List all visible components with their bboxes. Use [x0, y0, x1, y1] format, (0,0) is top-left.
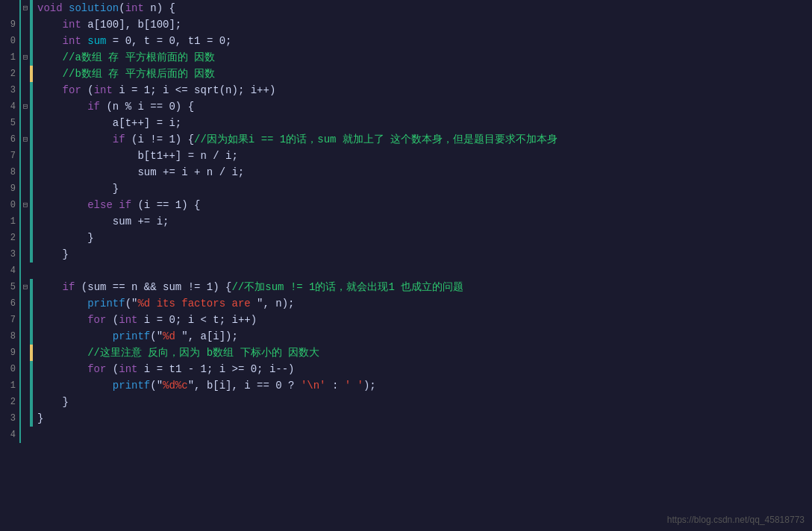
token-kw: for: [87, 314, 106, 326]
line-number: 0: [3, 361, 18, 377]
code-content: }: [33, 246, 812, 263]
line-number: 8: [3, 164, 18, 180]
token-str: %d: [163, 330, 181, 342]
line-gutter: 3: [0, 82, 21, 98]
token-var: sum: [87, 35, 106, 47]
code-row: 4: [0, 427, 812, 443]
token-kw: for: [87, 363, 106, 375]
token-plain: b[t1++] = n / i;: [137, 150, 237, 162]
token-plain: }: [113, 183, 119, 195]
line-gutter: 4: [0, 263, 21, 279]
code-row: 5⊟ if (sum == n && sum != 1) {//不加sum !=…: [0, 279, 812, 295]
fold-indicator[interactable]: ⊟: [21, 131, 30, 148]
token-cm: //a数组 存 平方根前面的 因数: [63, 51, 215, 63]
code-content: }: [33, 230, 812, 246]
code-row: 0 for (int i = t1 - 1; i >= 0; i--): [0, 361, 812, 377]
token-cm: //这里注意 反向，因为 b数组 下标小的 因数大: [87, 347, 319, 359]
fold-indicator[interactable]: ⊟: [21, 197, 30, 213]
fold-indicator: [21, 312, 30, 328]
fold-indicator: [21, 427, 30, 443]
line-gutter: 4: [0, 427, 21, 443]
token-plain: }: [37, 412, 43, 424]
code-row: 3 for (int i = 1; i <= sqrt(n); i++): [0, 82, 812, 98]
token-plain: (": [125, 298, 138, 310]
line-gutter: 2: [0, 66, 21, 82]
token-plain: (: [81, 84, 94, 96]
token-plain: ", a[i]);: [181, 330, 238, 342]
token-kw: int: [119, 363, 137, 375]
line-number: 2: [3, 394, 18, 410]
code-content: for (int i = t1 - 1; i >= 0; i--): [33, 361, 812, 377]
code-content: printf("%d ", a[i]);: [33, 328, 812, 345]
fold-indicator: [21, 213, 30, 230]
token-cm: //b数组 存 平方根后面的 因数: [63, 68, 215, 80]
line-number: 9: [3, 345, 18, 361]
token-plain: (": [150, 330, 163, 342]
token-plain: (i == 1) {: [131, 199, 200, 211]
code-content: //a数组 存 平方根前面的 因数: [33, 49, 812, 66]
code-row: 4: [0, 263, 812, 279]
token-plain: }: [63, 248, 69, 260]
token-plain: ", b[i], i == 0 ?: [188, 380, 301, 392]
token-plain: }: [87, 232, 93, 244]
code-content: if (n % i == 0) {: [33, 98, 812, 115]
code-row: 6⊟ if (i != 1) {//因为如果i == 1的话，sum 就加上了 …: [0, 131, 812, 148]
token-plain: ", n);: [257, 298, 294, 310]
token-plain: (: [106, 314, 119, 326]
line-number: 1: [3, 377, 18, 394]
fold-indicator: [21, 66, 30, 82]
line-number: 3: [3, 410, 18, 427]
token-plain: (: [119, 2, 125, 14]
line-number: 7: [3, 312, 18, 328]
token-plain: n) {: [144, 2, 175, 14]
token-plain: [81, 35, 87, 47]
fold-indicator: [21, 230, 30, 246]
fold-indicator[interactable]: ⊟: [21, 0, 30, 16]
token-plain: (": [150, 380, 163, 392]
token-plain: i = 1; i <= sqrt(n); i++): [113, 84, 275, 96]
token-fn: printf: [113, 380, 150, 392]
token-plain: i = t1 - 1; i >= 0; i--): [137, 363, 294, 375]
fold-indicator: [21, 164, 30, 180]
fold-indicator[interactable]: ⊟: [21, 98, 30, 115]
fold-indicator: [21, 33, 30, 49]
fold-indicator: [21, 410, 30, 427]
line-number: 6: [3, 131, 18, 148]
line-gutter: 1: [0, 213, 21, 230]
line-gutter: 2: [0, 230, 21, 246]
fold-indicator: [21, 295, 30, 312]
code-editor: ⊟void solution(int n) {9 int a[100], b[1…: [0, 0, 812, 531]
code-content: void solution(int n) {: [33, 0, 812, 16]
line-gutter: 6: [0, 131, 21, 148]
line-gutter: 3: [0, 246, 21, 263]
code-row: 8 printf("%d ", a[i]);: [0, 328, 812, 345]
fold-indicator: [21, 345, 30, 361]
fold-indicator: [21, 394, 30, 410]
code-content: //这里注意 反向，因为 b数组 下标小的 因数大: [33, 345, 812, 361]
fold-indicator[interactable]: ⊟: [21, 49, 30, 66]
line-gutter: 5: [0, 279, 21, 295]
fold-indicator: [21, 115, 30, 131]
code-content: [33, 263, 812, 279]
watermark: https://blog.csdn.net/qq_45818773: [667, 515, 805, 525]
line-number: 0: [3, 197, 18, 213]
line-number: 9: [3, 16, 18, 33]
line-number: 1: [3, 213, 18, 230]
token-plain: (i != 1) {: [125, 133, 194, 145]
line-gutter: [0, 0, 21, 16]
token-str: '\n': [301, 380, 326, 392]
fold-indicator: [21, 328, 30, 345]
fold-indicator: [21, 180, 30, 197]
token-plain: }: [63, 396, 69, 408]
code-content: b[t1++] = n / i;: [33, 148, 812, 164]
line-gutter: 9: [0, 16, 21, 33]
code-content: int a[100], b[100];: [33, 16, 812, 33]
line-gutter: 1: [0, 377, 21, 394]
fold-indicator[interactable]: ⊟: [21, 279, 30, 295]
fold-indicator: [21, 377, 30, 394]
code-content: printf("%d its factors are ", n);: [33, 295, 812, 312]
line-number: 9: [3, 180, 18, 197]
code-row: 0⊟ else if (i == 1) {: [0, 197, 812, 213]
code-row: 8 sum += i + n / i;: [0, 164, 812, 180]
code-row: 6 printf("%d its factors are ", n);: [0, 295, 812, 312]
